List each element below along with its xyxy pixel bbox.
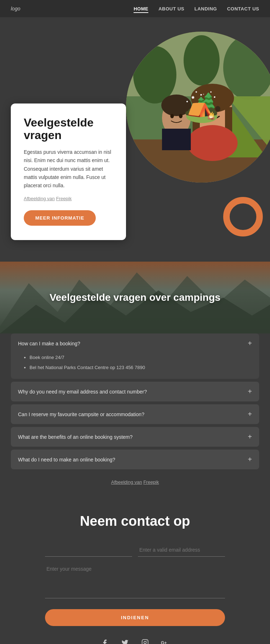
- svg-rect-16: [162, 129, 191, 150]
- form-row-1: [45, 543, 225, 557]
- hero-photo-credit: Afbeelding van Freepik: [24, 195, 113, 202]
- svg-point-12: [204, 106, 210, 112]
- svg-point-14: [187, 125, 238, 161]
- faq-section: How can I make a booking? + Boek online …: [0, 334, 270, 496]
- svg-point-4: [184, 35, 220, 86]
- svg-point-2: [133, 46, 176, 104]
- submit-button[interactable]: INDIENEN: [45, 609, 225, 626]
- svg-rect-24: [142, 640, 148, 644]
- navbar: logo HOME ABOUT US LANDING CONTACT US: [0, 0, 270, 17]
- nav-landing[interactable]: LANDING: [194, 6, 217, 12]
- svg-point-18: [170, 114, 174, 118]
- google-plus-icon[interactable]: G+: [159, 637, 171, 644]
- svg-point-25: [144, 641, 147, 644]
- faq-photo-credit: Afbeelding van Freepik: [11, 472, 259, 488]
- faq-item-3: Can I reserve my favourite campsite or a…: [11, 404, 259, 424]
- faq-item-4: What are the benefits of an online booki…: [11, 427, 259, 447]
- orange-ring-decoration: [223, 197, 263, 236]
- faq-banner: Veelgestelde vragen over campings: [0, 262, 270, 334]
- nav-contact[interactable]: CONTACT US: [227, 6, 259, 12]
- faq-answer-item-1-2: Bel het National Parks Contact Centre op…: [30, 363, 252, 372]
- svg-text:G+: G+: [161, 640, 167, 644]
- hero-title: Veelgestelde vragen: [24, 116, 113, 142]
- twitter-icon[interactable]: [119, 637, 131, 644]
- faq-question-text-2: Why do you need my email address and con…: [18, 389, 147, 395]
- nav-home[interactable]: HOME: [134, 6, 148, 13]
- nav-about[interactable]: ABOUT US: [158, 6, 184, 12]
- more-info-button[interactable]: MEER INFORMATIE: [24, 210, 96, 226]
- faq-toggle-4: +: [248, 433, 252, 441]
- instagram-icon[interactable]: [139, 637, 151, 644]
- faq-question-4[interactable]: What are the benefits of an online booki…: [11, 427, 259, 447]
- message-textarea[interactable]: [45, 562, 225, 598]
- logo: logo: [11, 6, 20, 12]
- faq-item-2: Why do you need my email address and con…: [11, 382, 259, 401]
- faq-toggle-3: +: [248, 410, 252, 418]
- hero-section: Veelgestelde vragen Egestas purus viverr…: [0, 17, 270, 262]
- faq-question-2[interactable]: Why do you need my email address and con…: [11, 382, 259, 401]
- faq-question-text-3: Can I reserve my favourite campsite or a…: [18, 411, 144, 417]
- social-icons: G+: [11, 637, 259, 644]
- faq-banner-title: Veelgestelde vragen over campings: [42, 292, 228, 303]
- faq-question-text-4: What are the benefits of an online booki…: [18, 434, 132, 440]
- svg-point-19: [179, 114, 183, 118]
- freepik-link[interactable]: Freepik: [56, 196, 72, 201]
- facebook-icon[interactable]: [99, 637, 111, 644]
- faq-question-1[interactable]: How can I make a booking? +: [11, 334, 259, 353]
- svg-point-26: [147, 641, 147, 641]
- faq-answer-item-1-1: Boek online 24/7: [30, 353, 252, 362]
- faq-answer-1: Boek online 24/7 Bel het National Parks …: [11, 353, 259, 379]
- faq-question-3[interactable]: Can I reserve my favourite campsite or a…: [11, 404, 259, 424]
- faq-item-1: How can I make a booking? + Boek online …: [11, 334, 259, 379]
- name-input[interactable]: [45, 543, 132, 557]
- email-input[interactable]: [138, 543, 225, 557]
- faq-question-text-5: What do I need to make an online booking…: [18, 457, 115, 463]
- faq-freepik-link[interactable]: Freepik: [143, 479, 159, 485]
- svg-point-17: [161, 95, 192, 116]
- hero-card: Veelgestelde vragen Egestas purus viverr…: [11, 104, 126, 240]
- faq-item-5: What do I need to make an online booking…: [11, 450, 259, 469]
- contact-section: Neem contact op INDIENEN: [0, 496, 270, 644]
- contact-form: INDIENEN: [45, 543, 225, 637]
- svg-point-13: [215, 106, 220, 112]
- hero-body: Egestas purus viverra accumsan in nisl n…: [24, 148, 113, 189]
- faq-toggle-5: +: [248, 455, 252, 464]
- faq-question-5[interactable]: What do I need to make an online booking…: [11, 450, 259, 469]
- hero-image: [126, 32, 270, 183]
- contact-title: Neem contact op: [11, 514, 259, 529]
- faq-toggle-1: +: [248, 339, 252, 348]
- faq-question-text-1: How can I make a booking?: [18, 341, 80, 346]
- faq-toggle-2: +: [248, 387, 252, 396]
- nav-links: HOME ABOUT US LANDING CONTACT US: [134, 5, 259, 12]
